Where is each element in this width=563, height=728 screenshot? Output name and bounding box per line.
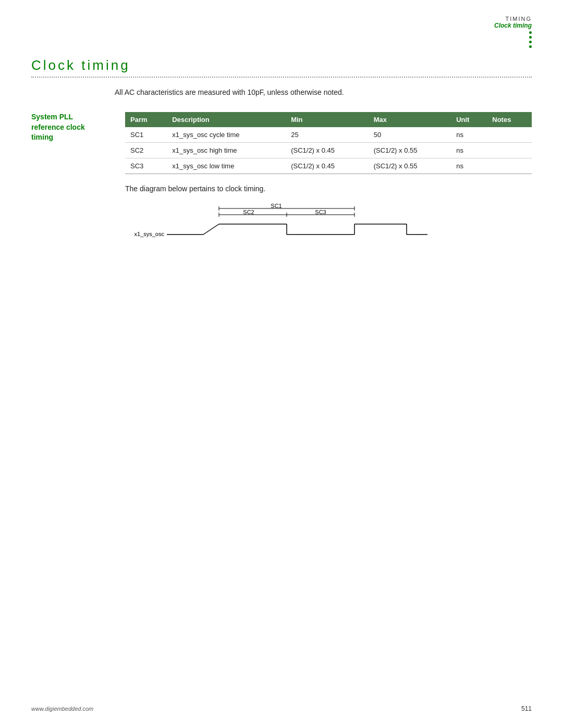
table-row: SC1x1_sys_osc cycle time2550ns	[125, 127, 532, 143]
table-cell	[487, 127, 532, 143]
table-row: SC2x1_sys_osc high time(SC1/2) x 0.45(SC…	[125, 143, 532, 158]
table-cell: ns	[451, 158, 487, 174]
clock-diagram: SC1 SC2 SC3	[136, 203, 532, 245]
svg-text:SC3: SC3	[315, 209, 326, 215]
timing-svg: SC1 SC2 SC3	[136, 203, 427, 245]
table-cell: (SC1/2) x 0.45	[286, 158, 369, 174]
page-title: Clock timing	[31, 57, 532, 73]
svg-text:SC2: SC2	[243, 209, 254, 215]
table-cell: 25	[286, 127, 369, 143]
col-unit: Unit	[451, 112, 487, 127]
col-min: Min	[286, 112, 369, 127]
table-cell: x1_sys_osc cycle time	[167, 127, 286, 143]
left-column: System PLL reference clock timing	[31, 112, 115, 245]
table-cell: (SC1/2) x 0.55	[369, 158, 451, 174]
dot-1	[529, 31, 532, 34]
table-cell: ns	[451, 127, 487, 143]
title-separator	[31, 77, 532, 78]
table-cell	[487, 158, 532, 174]
table-cell: SC3	[125, 158, 167, 174]
table-cell: (SC1/2) x 0.55	[369, 143, 451, 158]
table-cell: ns	[451, 143, 487, 158]
right-column: Parm Description Min Max Unit Notes SC1x…	[125, 112, 532, 245]
main-content: Clock timing All AC characteristics are …	[0, 0, 563, 276]
svg-text:SC1: SC1	[271, 203, 282, 209]
table-cell: SC1	[125, 127, 167, 143]
subsection-heading: Clock timing	[494, 22, 532, 29]
header-right: TIMING Clock timing	[494, 16, 532, 48]
dot-3	[529, 41, 532, 43]
svg-text:x1_sys_osc: x1_sys_osc	[134, 231, 165, 237]
col-parm: Parm	[125, 112, 167, 127]
table-row: SC3x1_sys_osc low time(SC1/2) x 0.45(SC1…	[125, 158, 532, 174]
two-col-layout: System PLL reference clock timing Parm D…	[31, 112, 532, 245]
dot-4	[529, 45, 532, 48]
diagram-text: The diagram below pertains to clock timi…	[125, 184, 532, 193]
col-max: Max	[369, 112, 451, 127]
dot-2	[529, 36, 532, 39]
footer-page: 511	[521, 705, 532, 712]
table-cell: x1_sys_osc high time	[167, 143, 286, 158]
table-cell	[487, 143, 532, 158]
col-description: Description	[167, 112, 286, 127]
table-cell: 50	[369, 127, 451, 143]
col-notes: Notes	[487, 112, 532, 127]
table-header-row: Parm Description Min Max Unit Notes	[125, 112, 532, 127]
header-dots	[494, 31, 532, 48]
section-heading: TIMING	[494, 16, 532, 22]
intro-text: All AC characteristics are measured with…	[115, 88, 532, 96]
footer-url: www.digiembedded.com	[31, 706, 93, 712]
table-cell: SC2	[125, 143, 167, 158]
table-cell: x1_sys_osc low time	[167, 158, 286, 174]
svg-line-12	[203, 224, 219, 235]
footer: www.digiembedded.com 511	[31, 705, 532, 712]
timing-table: Parm Description Min Max Unit Notes SC1x…	[125, 112, 532, 174]
table-cell: (SC1/2) x 0.45	[286, 143, 369, 158]
section-label: System PLL reference clock timing	[31, 112, 115, 143]
